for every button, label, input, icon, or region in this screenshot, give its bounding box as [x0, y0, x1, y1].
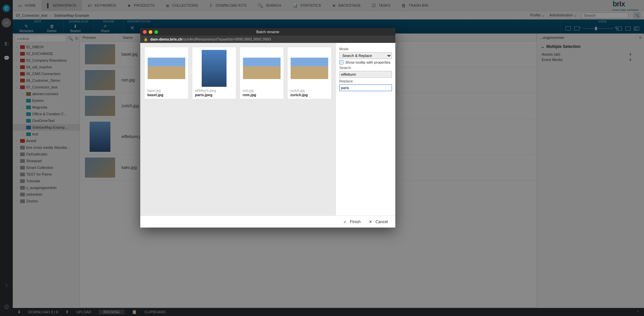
expand-icon[interactable]: ⌄ — [15, 85, 19, 89]
close-window-icon[interactable] — [143, 30, 147, 34]
help-icon[interactable]: ? — [3, 282, 10, 289]
chat-icon[interactable]: 💬 — [3, 54, 10, 62]
folder-node[interactable]: zielordner — [13, 191, 80, 198]
folder-node[interactable]: Office & Creative C... — [13, 111, 80, 117]
tab-home[interactable]: ▭HOME — [13, 0, 42, 11]
expand-icon[interactable]: › — [15, 166, 19, 169]
col-preview[interactable]: Preview — [80, 34, 120, 41]
folder-node[interactable]: ›brix cross media Standar... — [13, 144, 80, 151]
folder-node[interactable]: ›z_ausgangsordner — [13, 184, 80, 191]
folder-node[interactable]: Showpad — [13, 157, 80, 164]
expand-icon[interactable]: › — [21, 132, 25, 136]
folder-node[interactable]: ›Smart Collection — [13, 164, 80, 171]
minimize-window-icon[interactable] — [149, 30, 152, 34]
close-icon[interactable]: ✕ — [636, 36, 644, 40]
tab-statistics[interactable]: 📊STATISTICS — [287, 0, 327, 11]
tooltip-checkbox[interactable]: ✓ Show tooltip with properties — [339, 60, 392, 64]
tab-products[interactable]: ★PRODUCTS — [122, 0, 160, 11]
exportation-button[interactable]: ⇱ — [124, 23, 141, 34]
folder-node[interactable]: Eyeem — [13, 97, 80, 104]
tab-search[interactable]: 🔍SEARCH — [252, 0, 287, 11]
folder-node[interactable]: SidebarMap Examp... — [13, 124, 80, 131]
folder-node[interactable]: ›04_old_inactive — [13, 64, 80, 70]
expand-icon[interactable]: › — [15, 199, 19, 203]
tab-workspace[interactable]: ▌WORKSPACE — [42, 0, 82, 11]
tab-download-kits[interactable]: ⇩DOWNLOAD KITS — [204, 0, 252, 11]
mode-select[interactable]: Search & Replace — [339, 52, 392, 59]
tab-collections[interactable]: ≣COLLECTIONS — [160, 0, 204, 11]
expand-icon[interactable]: ⌃ — [636, 310, 639, 314]
replace-input[interactable] — [339, 84, 392, 91]
expand-icon[interactable]: › — [15, 146, 19, 149]
expand-icon[interactable]: › — [15, 52, 19, 55]
expand-icon[interactable]: › — [15, 79, 19, 82]
view-panel-icon[interactable]: ◫ — [634, 26, 639, 30]
expand-icon[interactable]: › — [15, 186, 19, 189]
folder-node[interactable]: ›01_INBOX — [13, 44, 80, 50]
window-controls[interactable] — [143, 30, 158, 34]
power-icon[interactable]: ⏻ — [3, 303, 10, 310]
metadata-button[interactable]: ✎Metadata — [13, 23, 40, 34]
view-tile-icon[interactable] — [574, 26, 580, 30]
folder-node[interactable]: ›03_Company Repository — [13, 57, 80, 64]
expand-icon[interactable]: › — [15, 152, 19, 156]
delete-button[interactable]: 🗑Delete — [40, 23, 63, 34]
expand-icon[interactable]: › — [21, 92, 25, 96]
finish-button[interactable]: ✓ Finish — [343, 219, 361, 224]
inspector-tab[interactable]: ...ungsnummer — [537, 36, 636, 40]
expand-icon[interactable]: › — [15, 59, 19, 62]
browse-button[interactable]: BROWSE — [99, 310, 125, 314]
avatar[interactable]: AD — [2, 18, 11, 27]
expand-icon[interactable]: › — [21, 106, 25, 109]
dialog-titlebar[interactable]: Batch rename — [140, 28, 395, 36]
zoom-window-icon[interactable] — [154, 30, 158, 34]
rename-card[interactable]: eiffelturm.jpegparis.jpeg — [192, 47, 236, 99]
rename-card[interactable]: zurich.jpgzurich.jpg — [287, 47, 332, 99]
folder-node[interactable]: ›05_CMS Connectors — [13, 70, 80, 77]
tab-keywords[interactable]: 🏷KEYWORDS — [82, 0, 122, 11]
tab-tasks[interactable]: ☑TASKS — [366, 0, 396, 11]
expand-icon[interactable]: › — [15, 72, 19, 75]
footer-download[interactable]: DOWNLOAD 0 | 0 — [28, 310, 58, 314]
zoom-slider[interactable]: −+ — [583, 28, 613, 29]
app-logo[interactable]: C — [3, 5, 10, 12]
search-icon[interactable]: 🔍 — [633, 12, 641, 19]
footer-upload[interactable]: UPLOAD — [76, 310, 91, 314]
lookup-input[interactable] — [15, 35, 66, 42]
footer-clipboard[interactable]: CLIPBOARD — [144, 310, 166, 314]
expand-icon[interactable]: › — [15, 139, 19, 142]
rename-card[interactable]: rom.jpgrom.jpg — [240, 47, 284, 99]
breadcrumb-root[interactable]: 07_Connector_test — [16, 13, 47, 17]
folder-node[interactable]: ›DeDublicator — [13, 151, 80, 157]
global-search-input[interactable] — [582, 12, 629, 18]
tab-backstage[interactable]: ➤BACKSTAGE — [327, 0, 366, 11]
view-grid-icon[interactable] — [565, 26, 571, 30]
share-button[interactable]: ↗Share — [94, 23, 116, 34]
folder-node[interactable]: TEST for Pierre — [13, 171, 80, 178]
folder-node[interactable]: ›06_Customer_Demo — [13, 77, 80, 84]
cancel-button[interactable]: ✕ Cancel — [369, 219, 388, 224]
folder-node[interactable]: ›test — [13, 131, 80, 137]
basket-button[interactable]: ⬇Basket — [64, 23, 88, 34]
folder-node[interactable]: ›Zinzino — [13, 198, 80, 204]
search-input[interactable] — [339, 71, 392, 78]
expand-icon[interactable]: › — [15, 45, 19, 49]
folder-node[interactable]: OneDriveTest — [13, 117, 80, 124]
tab-trash-bin[interactable]: 🗑TRASH BIN — [396, 0, 434, 11]
folder-node[interactable]: ›Avanti — [13, 137, 80, 144]
admin-menu[interactable]: Administration ⌄ — [549, 13, 577, 17]
folder-node[interactable]: ⌄07_Connector_test — [13, 84, 80, 90]
rename-card[interactable]: basel.jpgbasel.jpg — [144, 47, 189, 99]
folder-node[interactable]: ›02_EXCHANGE — [13, 50, 80, 57]
inspector-title[interactable]: ⌄ Multiple Selection — [537, 42, 644, 52]
refresh-icon[interactable]: ↻ — [75, 36, 79, 41]
view-detail-icon[interactable] — [625, 26, 631, 30]
folder-node[interactable]: ›akeneo:connect — [13, 90, 80, 97]
breadcrumb-leaf[interactable]: SidebarMap Example — [54, 13, 89, 17]
search-icon[interactable]: 🔍 — [68, 36, 73, 41]
view-list-icon[interactable]: ≡ — [616, 26, 622, 30]
expand-icon[interactable]: › — [15, 65, 19, 69]
profile-menu[interactable]: Profile ⌄ — [530, 13, 545, 17]
folder-node[interactable]: Tutorials — [13, 178, 80, 184]
layers-icon[interactable]: ◧ — [3, 40, 10, 47]
